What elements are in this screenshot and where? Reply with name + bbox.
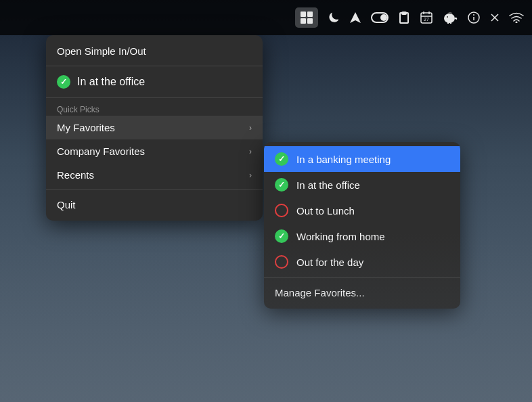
info-circle-icon[interactable] [467,11,481,24]
open-app-item[interactable]: Open Simple In/Out [46,39,263,63]
company-favorites-label: Company Favorites [57,146,145,157]
company-favorites-chevron: › [249,147,252,156]
manage-favorites-item[interactable]: Manage Favorites... [264,281,460,305]
recents-chevron: › [249,171,252,180]
submenu-item-2[interactable]: Out to Lunch [264,198,460,223]
submenu-item-3[interactable]: Working from home [264,223,460,249]
current-status-label: In at the office [77,76,145,88]
submenu-green-check-3 [275,229,288,243]
submenu-item-label-2: Out to Lunch [296,205,355,217]
submenu-item-label-3: Working from home [296,231,385,242]
moon-icon[interactable] [328,12,340,24]
company-favorites-item[interactable]: Company Favorites › [46,139,263,163]
submenu-green-check-1 [275,178,288,192]
bluetooth-icon[interactable] [490,11,500,24]
svg-rect-3 [307,18,313,24]
submenu-red-circle-2 [275,204,288,217]
submenu-item-label-1: In at the office [296,179,360,191]
separator-3 [46,189,263,190]
current-status-item[interactable]: In at the office [46,69,263,95]
status-green-dot [57,75,70,89]
svg-rect-1 [307,12,313,17]
svg-rect-2 [301,18,306,24]
svg-rect-17 [447,22,449,24]
clipboard-icon[interactable] [398,12,410,24]
piggybank-icon[interactable] [443,12,458,24]
quick-picks-label: Quick Picks [46,101,263,116]
submenu-red-circle-4 [275,255,288,269]
quit-item[interactable]: Quit [46,193,263,217]
quit-label: Quit [57,199,76,210]
submenu-item-label-4: Out for the day [296,256,363,268]
svg-text:27: 27 [424,17,429,22]
svg-rect-0 [301,12,306,17]
recents-item[interactable]: Recents › [46,163,263,187]
manage-favorites-label: Manage Favorites... [275,287,365,298]
submenu-separator [264,277,460,278]
submenu-green-check-0 [275,152,288,166]
submenu-item-1[interactable]: In at the office [264,172,460,198]
separator-1 [46,66,263,66]
main-dropdown-menu: Open Simple In/Out In at the office Quic… [46,35,263,221]
my-favorites-item[interactable]: My Favorites › [46,116,263,139]
svg-marker-4 [350,12,361,23]
svg-point-20 [473,14,474,16]
open-app-label: Open Simple In/Out [57,45,146,57]
svg-point-6 [380,14,387,21]
calendar-icon[interactable]: 27 [420,11,433,24]
app-menubar-icon[interactable] [295,7,318,28]
svg-point-15 [444,14,455,23]
submenu-item-0[interactable]: In a banking meeting [264,146,460,172]
my-favorites-chevron: › [249,123,252,133]
submenu-item-label-0: In a banking meeting [296,154,391,165]
toggle-icon[interactable] [371,12,389,23]
submenu-item-4[interactable]: Out for the day [264,249,460,275]
menubar: 27 [0,0,532,35]
svg-point-16 [447,16,448,18]
favorites-submenu: In a banking meeting In at the office Ou… [264,142,460,309]
svg-rect-18 [450,22,451,24]
recents-label: Recents [57,169,94,181]
navigation-icon[interactable] [349,12,361,24]
wifi-icon[interactable] [509,12,524,23]
separator-2 [46,97,263,98]
my-favorites-label: My Favorites [57,122,115,133]
svg-point-22 [516,22,518,24]
